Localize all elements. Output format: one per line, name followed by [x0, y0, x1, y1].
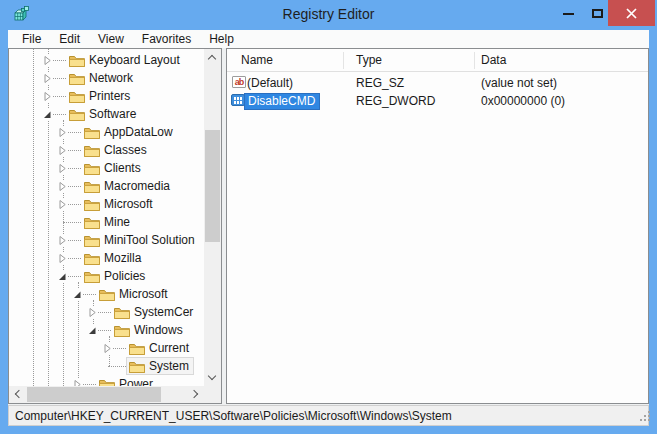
list-row[interactable]: ab(Default)REG_SZ(value not set)	[227, 74, 648, 92]
tree-item[interactable]: MiniTool Solution	[9, 231, 204, 249]
tree-expand-arrow[interactable]	[58, 127, 68, 138]
column-divider[interactable]	[474, 52, 475, 69]
tree-node[interactable]: Mozilla	[81, 249, 146, 267]
tree-item[interactable]: Windows	[9, 321, 204, 339]
vertical-scrollbar-thumb[interactable]	[205, 130, 220, 242]
close-button[interactable]	[608, 0, 655, 26]
chevron-down-icon	[208, 372, 216, 380]
tree-item[interactable]: Policies	[9, 267, 204, 285]
scroll-up-button[interactable]	[204, 49, 221, 66]
tree-node[interactable]: System	[126, 357, 194, 375]
tree-expand-arrow[interactable]	[43, 55, 53, 66]
tree-vertical-scrollbar[interactable]	[204, 49, 221, 386]
horizontal-scrollbar-thumb[interactable]	[27, 387, 161, 402]
tree-expand-arrow[interactable]	[43, 73, 53, 84]
menu-file[interactable]: File	[13, 31, 50, 47]
menu-favorites[interactable]: Favorites	[133, 31, 200, 47]
menu-help[interactable]: Help	[200, 31, 243, 47]
scroll-down-button[interactable]	[204, 369, 221, 386]
list-header: Name Type Data	[227, 49, 648, 72]
folder-icon	[69, 108, 85, 121]
chevron-left-icon	[15, 390, 23, 398]
column-header-type[interactable]: Type	[356, 53, 382, 67]
tree-item[interactable]: Current	[9, 339, 204, 357]
tree-node[interactable]: Windows	[111, 321, 188, 339]
tree-item-label: Keyboard Layout	[89, 53, 180, 67]
tree-expand-arrow[interactable]	[58, 199, 68, 210]
tree-node[interactable]: Classes	[81, 141, 152, 159]
string-value-icon: ab	[232, 76, 246, 88]
tree-node[interactable]: MiniTool Solution	[81, 231, 200, 249]
tree-node[interactable]: Printers	[66, 87, 135, 105]
tree-item[interactable]: AppDataLow	[9, 123, 204, 141]
minimize-button[interactable]	[552, 0, 584, 26]
tree-node[interactable]: Current	[126, 339, 194, 357]
tree-collapse-arrow[interactable]	[88, 325, 98, 336]
menu-edit[interactable]: Edit	[50, 31, 89, 47]
tree-item[interactable]: Macromedia	[9, 177, 204, 195]
tree-node[interactable]: Software	[66, 105, 141, 123]
column-divider[interactable]	[343, 52, 344, 69]
scroll-right-button[interactable]	[187, 386, 204, 403]
tree-item[interactable]: Software	[9, 105, 204, 123]
tree-collapse-arrow[interactable]	[73, 289, 83, 300]
tree-item[interactable]: Keyboard Layout	[9, 51, 204, 69]
folder-icon	[114, 306, 130, 319]
tree-node[interactable]: Policies	[81, 267, 150, 285]
tree-collapse-arrow[interactable]	[43, 109, 53, 120]
tree-item[interactable]: Network	[9, 69, 204, 87]
folder-icon	[129, 360, 145, 373]
list-row[interactable]: DisableCMDREG_DWORD0x00000000 (0)	[227, 92, 648, 110]
tree-expand-arrow[interactable]	[58, 235, 68, 246]
window-titlebar[interactable]: Registry Editor	[0, 0, 657, 30]
tree-expand-arrow[interactable]	[103, 343, 113, 354]
folder-icon	[84, 216, 100, 229]
tree-item-label: MiniTool Solution	[104, 233, 195, 247]
maximize-button[interactable]	[586, 0, 608, 26]
tree-item[interactable]: Clients	[9, 159, 204, 177]
scroll-left-button[interactable]	[9, 386, 26, 403]
tree-item[interactable]: Printers	[9, 87, 204, 105]
folder-icon	[129, 342, 145, 355]
tree-node[interactable]: Network	[66, 69, 138, 87]
tree-horizontal-scrollbar[interactable]	[9, 386, 204, 403]
resize-grip-icon[interactable]	[640, 419, 642, 421]
tree-item[interactable]: Classes	[9, 141, 204, 159]
column-header-data[interactable]: Data	[481, 53, 506, 67]
tree-node[interactable]: Power	[96, 375, 158, 386]
tree-expand-arrow[interactable]	[58, 181, 68, 192]
tree-node[interactable]: Mine	[81, 213, 135, 231]
tree-collapse-arrow[interactable]	[58, 271, 68, 282]
tree-item[interactable]: Power	[9, 375, 204, 386]
registry-values-pane: Name Type Data ab(Default)REG_SZ(value n…	[226, 48, 649, 404]
tree-expand-arrow[interactable]	[58, 163, 68, 174]
tree-item-label: SystemCer	[134, 305, 193, 319]
value-name: DisableCMD	[244, 93, 320, 110]
tree-node[interactable]: AppDataLow	[81, 123, 178, 141]
tree-item[interactable]: Microsoft	[9, 195, 204, 213]
folder-icon	[84, 270, 100, 283]
tree-item[interactable]: Mine	[9, 213, 204, 231]
tree-item-label: Clients	[104, 161, 141, 175]
tree-expand-arrow[interactable]	[88, 307, 98, 318]
menu-view[interactable]: View	[89, 31, 133, 47]
tree-item[interactable]: System	[9, 357, 204, 375]
tree-item[interactable]: Microsoft	[9, 285, 204, 303]
tree-item[interactable]: SystemCer	[9, 303, 204, 321]
tree-node[interactable]: Microsoft	[81, 195, 158, 213]
tree-node[interactable]: Keyboard Layout	[66, 51, 185, 69]
column-header-name[interactable]: Name	[241, 53, 273, 67]
dword-value-icon	[231, 94, 245, 106]
tree-node[interactable]: Clients	[81, 159, 146, 177]
tree-node[interactable]: Microsoft	[96, 285, 173, 303]
folder-icon	[69, 54, 85, 67]
tree-expand-arrow[interactable]	[58, 145, 68, 156]
tree-node[interactable]: SystemCer	[111, 303, 198, 321]
menu-bar: FileEditViewFavoritesHelp	[8, 30, 649, 48]
tree-expand-arrow[interactable]	[73, 379, 83, 386]
tree-expand-arrow[interactable]	[58, 253, 68, 264]
tree-node[interactable]: Macromedia	[81, 177, 175, 195]
tree-expand-arrow[interactable]	[43, 91, 53, 102]
tree-item-label: System	[149, 359, 189, 373]
tree-item[interactable]: Mozilla	[9, 249, 204, 267]
